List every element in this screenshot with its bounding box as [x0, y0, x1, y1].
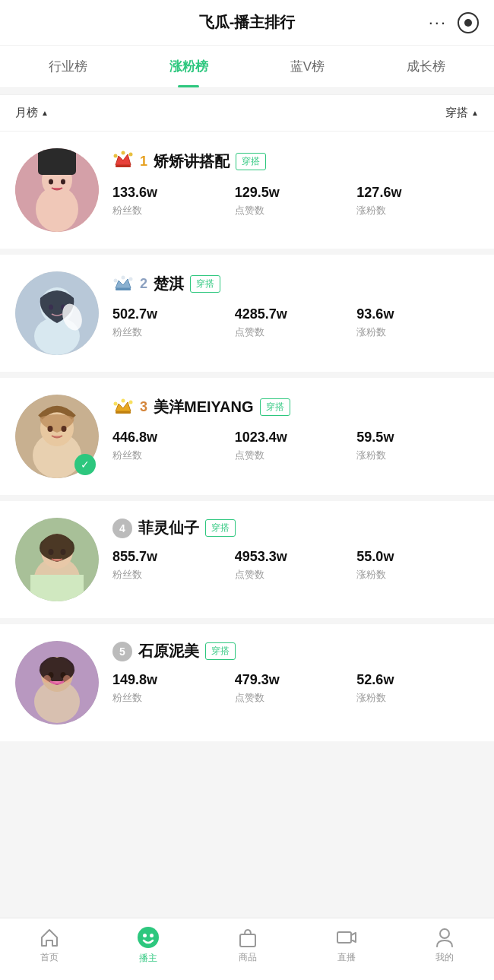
- rank-info-1: 1 矫矫讲搭配 穿搭 133.6w 粉丝数 129.5w 点赞数 127.6w: [112, 148, 479, 217]
- stats-row-3: 446.8w 粉丝数 1023.4w 点赞数 59.5w 涨粉数: [112, 430, 479, 462]
- rank-number-badge-5: 5: [112, 642, 132, 661]
- rank-number-badge-4: 4: [112, 519, 132, 538]
- ranking-item-1[interactable]: 1 矫矫讲搭配 穿搭 133.6w 粉丝数 129.5w 点赞数 127.6w: [0, 132, 494, 249]
- rank-name-row-3: 3 美洋MEIYANG 穿搭: [112, 395, 479, 419]
- svg-point-31: [122, 399, 125, 403]
- svg-point-4: [49, 179, 53, 185]
- stats-row-1: 133.6w 粉丝数 129.5w 点赞数 127.6w 涨粉数: [112, 185, 479, 217]
- fans-value-1: 133.6w: [112, 185, 235, 201]
- ranking-item-5[interactable]: 5 石原泥美 穿搭 149.8w 粉丝数 479.3w 点赞数 52.6w: [0, 624, 494, 741]
- fans-value-4: 855.7w: [112, 549, 235, 565]
- rank-name-row-1: 1 矫矫讲搭配 穿搭: [112, 148, 479, 174]
- fans-label-4: 粉丝数: [112, 568, 235, 582]
- svg-point-30: [129, 401, 133, 404]
- rank-name-row-4: 4 菲灵仙子 穿搭: [112, 518, 479, 538]
- rank-name-text-1: 矫矫讲搭配: [154, 151, 230, 172]
- stat-growth-4: 55.0w 涨粉数: [356, 549, 479, 582]
- stat-fans-5: 149.8w 粉丝数: [112, 672, 235, 705]
- stat-fans-4: 855.7w 粉丝数: [112, 549, 235, 582]
- tab-growth[interactable]: 涨粉榜: [154, 46, 223, 87]
- tab-blue-v[interactable]: 蓝V榜: [275, 46, 340, 87]
- avatar-face-2: [15, 271, 99, 355]
- svg-point-36: [61, 549, 66, 555]
- tab-rise[interactable]: 成长榜: [391, 46, 461, 87]
- ranking-item-3[interactable]: ✓ 3 美洋MEIYANG 穿搭 446.8w 粉丝数: [0, 378, 494, 495]
- stat-fans-3: 446.8w 粉丝数: [112, 430, 235, 462]
- record-icon[interactable]: [458, 12, 479, 33]
- month-filter-arrow: ▲: [41, 109, 49, 117]
- svg-point-25: [48, 426, 53, 432]
- ranking-list: 1 矫矫讲搭配 穿搭 133.6w 粉丝数 129.5w 点赞数 127.6w: [0, 132, 494, 741]
- likes-value-5: 479.3w: [235, 672, 357, 688]
- bag-icon: [237, 927, 258, 948]
- growth-value-1: 127.6w: [356, 185, 479, 201]
- person-icon: [434, 927, 455, 948]
- svg-point-44: [63, 675, 71, 683]
- rank-info-3: 3 美洋MEIYANG 穿搭 446.8w 粉丝数 1023.4w 点赞数 59…: [112, 395, 479, 462]
- nav-live[interactable]: 直播: [336, 927, 357, 964]
- svg-point-20: [129, 278, 133, 281]
- avatar-wrap-4: [15, 518, 99, 601]
- content-area: 月榜 ▲ 穿搭 ▲: [0, 94, 494, 808]
- header: 飞瓜-播主排行 ···: [0, 0, 494, 46]
- nav-broadcaster[interactable]: 播主: [137, 926, 160, 965]
- nav-live-label: 直播: [337, 951, 356, 964]
- category-filter[interactable]: 穿搭 ▲: [445, 106, 479, 120]
- rank-name-row-5: 5 石原泥美 穿搭: [112, 641, 479, 661]
- smiley-icon: [137, 926, 160, 949]
- nav-home[interactable]: 首页: [39, 927, 60, 964]
- svg-rect-28: [116, 411, 131, 414]
- growth-value-4: 55.0w: [356, 549, 479, 565]
- svg-point-9: [129, 153, 133, 157]
- stat-fans-2: 502.7w 粉丝数: [112, 306, 235, 339]
- stat-fans-1: 133.6w 粉丝数: [112, 185, 235, 217]
- rank-info-4: 4 菲灵仙子 穿搭 855.7w 粉丝数 4953.3w 点赞数 55.0w: [112, 518, 479, 582]
- growth-label-5: 涨粉数: [356, 691, 479, 705]
- avatar-face-5: [15, 641, 99, 725]
- stat-growth-5: 52.6w 涨粉数: [356, 672, 479, 705]
- avatar-2: [15, 271, 99, 355]
- rank-info-2: 2 楚淇 穿搭 502.7w 粉丝数 4285.7w 点赞数 93.6w: [112, 271, 479, 339]
- stat-likes-3: 1023.4w 点赞数: [235, 430, 357, 462]
- category-tag-1: 穿搭: [236, 153, 266, 170]
- stats-row-5: 149.8w 粉丝数 479.3w 点赞数 52.6w 涨粉数: [112, 672, 479, 705]
- ranking-item-2[interactable]: 2 楚淇 穿搭 502.7w 粉丝数 4285.7w 点赞数 93.6w: [0, 255, 494, 372]
- ranking-item-4[interactable]: 4 菲灵仙子 穿搭 855.7w 粉丝数 4953.3w 点赞数 55.0w: [0, 501, 494, 618]
- nav-goods-label: 商品: [239, 951, 257, 964]
- svg-marker-27: [116, 402, 131, 411]
- header-title: 飞瓜-播主排行: [199, 12, 296, 33]
- rank-name-row-2: 2 楚淇 穿搭: [112, 271, 479, 296]
- crown-icon-1: [112, 148, 134, 174]
- svg-rect-37: [30, 575, 84, 601]
- growth-label-2: 涨粉数: [356, 325, 479, 339]
- stats-row-4: 855.7w 粉丝数 4953.3w 点赞数 55.0w 涨粉数: [112, 549, 479, 582]
- likes-label-4: 点赞数: [235, 568, 357, 582]
- svg-point-47: [150, 934, 154, 937]
- fans-value-2: 502.7w: [112, 306, 235, 322]
- avatar-4: [15, 518, 99, 601]
- likes-label-1: 点赞数: [235, 204, 357, 217]
- category-filter-label: 穿搭: [445, 106, 468, 120]
- avatar-wrap-5: [15, 641, 99, 725]
- nav-goods[interactable]: 商品: [237, 927, 258, 964]
- rank-info-5: 5 石原泥美 穿搭 149.8w 粉丝数 479.3w 点赞数 52.6w: [112, 641, 479, 705]
- avatar-1: [15, 148, 99, 232]
- month-filter[interactable]: 月榜 ▲: [15, 106, 49, 120]
- likes-value-1: 129.5w: [235, 185, 357, 201]
- svg-rect-18: [116, 288, 131, 290]
- category-filter-arrow: ▲: [471, 109, 479, 117]
- crown-icon-3: [112, 395, 134, 419]
- nav-mine[interactable]: 我的: [434, 927, 455, 964]
- tab-industry[interactable]: 行业榜: [33, 46, 103, 87]
- more-icon[interactable]: ···: [429, 13, 447, 33]
- stat-likes-2: 4285.7w 点赞数: [235, 306, 357, 339]
- category-tag-4: 穿搭: [205, 519, 236, 537]
- avatar-face-1: [15, 148, 99, 232]
- home-icon: [39, 927, 60, 948]
- svg-rect-7: [116, 165, 131, 167]
- video-icon: [336, 927, 357, 948]
- rank-name-text-3: 美洋MEIYANG: [154, 397, 254, 417]
- svg-rect-3: [38, 148, 76, 175]
- svg-point-10: [122, 151, 125, 155]
- avatar-wrap-1: [15, 148, 99, 232]
